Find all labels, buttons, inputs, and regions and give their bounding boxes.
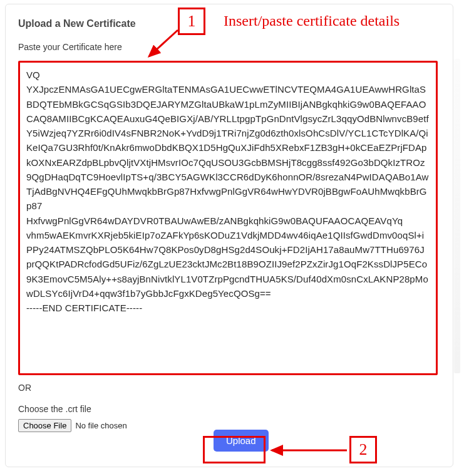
panel-title: Upload a New Certificate [18, 18, 440, 29]
upload-certificate-panel: Upload a New Certificate Paste your Cert… [5, 4, 453, 467]
upload-button[interactable]: Upload [214, 430, 269, 452]
file-status-text: No file chosen [75, 421, 126, 430]
adjacent-scrollbar [454, 59, 460, 373]
choose-file-label: Choose the .crt file [18, 404, 440, 414]
paste-label: Paste your Certificate here [18, 42, 440, 52]
certificate-textarea-highlight [18, 61, 438, 375]
certificate-textarea[interactable] [20, 63, 436, 373]
or-divider-text: OR [18, 383, 440, 393]
choose-file-button[interactable]: Choose File [18, 419, 71, 432]
